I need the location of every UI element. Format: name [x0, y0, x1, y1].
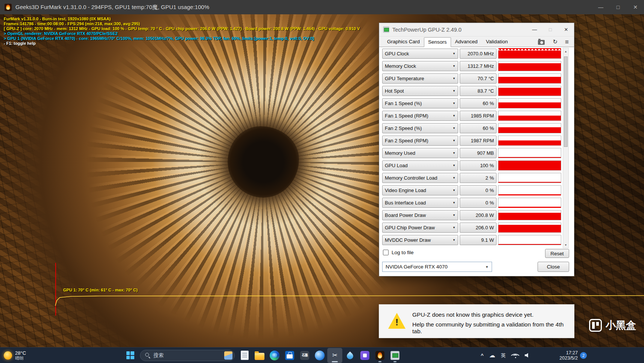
edge-taskbar-button[interactable]: [267, 348, 282, 363]
furmark-titlebar[interactable]: Geeks3D FurMark v1.31.0.0 - 294FPS, GPU1…: [0, 0, 644, 14]
gpuz-titlebar[interactable]: TechPowerUp GPU-Z 2.49.0 — □ ✕: [379, 23, 574, 37]
chevron-down-icon: ▼: [453, 238, 456, 242]
sensor-label-dropdown[interactable]: Hot Spot ▼: [382, 86, 458, 96]
chevron-down-icon: ▼: [453, 114, 456, 117]
file-explorer-taskbar-button[interactable]: [252, 348, 267, 363]
sensor-graph: [498, 123, 561, 133]
chevron-down-icon: ▼: [453, 77, 456, 80]
sensor-row: MVDDC Power Draw ▼ 9.1 W: [382, 235, 561, 245]
sensor-graph: [498, 198, 561, 208]
osd-graph-cursor: [55, 263, 56, 316]
sensor-value: 70.7 °C: [460, 73, 497, 84]
sensor-label-dropdown[interactable]: Video Engine Load ▼: [382, 185, 458, 195]
scroll-down-icon[interactable]: ▼: [563, 242, 568, 247]
graphite-taskbar-button[interactable]: 石墨: [297, 348, 312, 363]
sensor-row: Fan 1 Speed (RPM) ▼ 1985 RPM: [382, 111, 561, 121]
log-to-file-label: Log to file: [392, 250, 414, 255]
sensor-graph: [498, 73, 561, 84]
notification-badge[interactable]: 2: [580, 352, 587, 359]
sensor-label-dropdown[interactable]: Fan 1 Speed (%) ▼: [382, 98, 458, 108]
sensor-graph: [498, 49, 561, 59]
device-select[interactable]: NVIDIA GeForce RTX 4070 ▼: [382, 262, 492, 272]
sensor-label-dropdown[interactable]: GPU Load ▼: [382, 160, 458, 171]
tab-sensors[interactable]: Sensors: [424, 37, 451, 47]
onedrive-cloud-icon[interactable]: ☁: [489, 352, 495, 359]
sensor-label-dropdown[interactable]: MVDDC Power Draw ▼: [382, 235, 458, 245]
water-drop-app-icon: [345, 351, 354, 360]
sensor-label-dropdown[interactable]: Bus Interface Load ▼: [382, 198, 458, 208]
windows-logo-icon: [126, 351, 134, 359]
gpuz-window: TechPowerUp GPU-Z 2.49.0 — □ ✕ Graphics …: [379, 23, 574, 276]
tray-time: 17:27: [545, 350, 578, 355]
sensor-label-dropdown[interactable]: GPU Temperature ▼: [382, 73, 458, 84]
ime-indicator[interactable]: 英: [501, 352, 506, 359]
minimize-button[interactable]: —: [592, 0, 609, 14]
osd-graph-label: GPU 1: 70° C (min: 61° C - max: 70° C): [63, 288, 138, 292]
gpuz-minimize-button[interactable]: —: [528, 24, 541, 35]
sensor-label-dropdown[interactable]: Fan 1 Speed (RPM) ▼: [382, 111, 458, 121]
watermark: 小黑盒: [589, 319, 636, 332]
search-box[interactable]: 搜索: [140, 350, 235, 361]
furmark-app-icon: [5, 4, 12, 11]
sensor-graph-fill: [498, 127, 561, 133]
sensor-graph: [498, 111, 561, 121]
screenshot-camera-icon[interactable]: [538, 40, 545, 45]
notepad-taskbar-button[interactable]: [237, 348, 252, 363]
gpu-z-taskbar-button[interactable]: [387, 348, 402, 363]
search-highlight-icon[interactable]: [224, 351, 232, 360]
wifi-icon[interactable]: [512, 352, 519, 358]
sensor-label-dropdown[interactable]: Fan 2 Speed (%) ▼: [382, 123, 458, 133]
osd-line-2: Frames:141786 - time:00:08:00 - FPS:294 …: [4, 21, 360, 26]
sensor-label: Fan 1 Speed (%): [385, 101, 422, 106]
gpuz-close-dialog-button[interactable]: Close: [538, 262, 569, 272]
sensor-graph-fill: [498, 225, 561, 233]
tab-validation[interactable]: Validation: [482, 37, 512, 47]
menu-icon[interactable]: ≡: [565, 38, 569, 46]
sensor-graph: [498, 223, 561, 233]
gpuz-maximize-button[interactable]: □: [544, 24, 557, 35]
close-button[interactable]: ✕: [627, 0, 644, 14]
blue-app-taskbar-button[interactable]: [312, 348, 327, 363]
sensor-label-dropdown[interactable]: Board Power Draw ▼: [382, 210, 458, 220]
weather-temp: 28°C: [15, 350, 26, 356]
sensor-graph-fill: [498, 116, 561, 121]
weather-widget[interactable]: 28°C 晴朗: [4, 348, 26, 363]
taskbar-clock[interactable]: 17:27 2023/5/2: [545, 350, 578, 361]
sensor-label-dropdown[interactable]: Memory Used ▼: [382, 148, 458, 158]
maximize-button[interactable]: □: [609, 0, 627, 14]
snipping-tool-taskbar-button[interactable]: ✂: [327, 348, 342, 363]
sensor-row: GPU Chip Power Draw ▼ 206.0 W: [382, 223, 561, 233]
sensor-label-dropdown[interactable]: Memory Clock ▼: [382, 61, 458, 71]
gpuz-close-button[interactable]: ✕: [560, 24, 573, 35]
sensor-graph: [498, 160, 561, 171]
water-drop-app-taskbar-button[interactable]: [342, 348, 357, 363]
osd-line-1: FurMark v1.31.0.0 - Burn-in test, 1920x1…: [4, 17, 360, 21]
volume-icon[interactable]: [525, 353, 530, 358]
scroll-up-icon[interactable]: ▲: [563, 49, 568, 54]
graphite-icon: 石墨: [300, 351, 309, 360]
sensor-label-dropdown[interactable]: GPU Chip Power Draw ▼: [382, 223, 458, 233]
sensor-graph-fill: [498, 213, 561, 220]
scrollbar-thumb[interactable]: [564, 56, 568, 147]
sensor-row: Fan 2 Speed (%) ▼ 60 %: [382, 123, 561, 133]
sensor-label: GPU Clock: [385, 51, 409, 56]
furmark-taskbar-button[interactable]: [372, 348, 387, 363]
microsoft-store-taskbar-button[interactable]: [282, 348, 297, 363]
gpuz-tab-bar: Graphics Card Sensors Advanced Validatio…: [379, 37, 574, 47]
reset-button[interactable]: Reset: [545, 249, 569, 258]
tab-advanced[interactable]: Advanced: [451, 37, 482, 47]
sensor-graph-fill: [498, 182, 561, 183]
sensor-scrollbar[interactable]: ▲ ▼: [563, 48, 569, 248]
sensor-label-dropdown[interactable]: GPU Clock ▼: [382, 49, 458, 59]
sensor-label-dropdown[interactable]: Fan 2 Speed (RPM) ▼: [382, 136, 458, 146]
tray-date: 2023/5/2: [545, 355, 578, 361]
tab-graphics-card[interactable]: Graphics Card: [383, 37, 424, 47]
tray-overflow-chevron-icon[interactable]: ^: [481, 352, 484, 358]
sensor-label-dropdown[interactable]: Memory Controller Load ▼: [382, 173, 458, 183]
chevron-down-icon: ▼: [453, 214, 456, 217]
start-button[interactable]: [123, 348, 138, 363]
refresh-icon[interactable]: ↻: [553, 38, 557, 45]
log-to-file-checkbox[interactable]: [383, 250, 389, 255]
purple-app-taskbar-button[interactable]: [357, 348, 372, 363]
running-indicator: [378, 361, 381, 362]
